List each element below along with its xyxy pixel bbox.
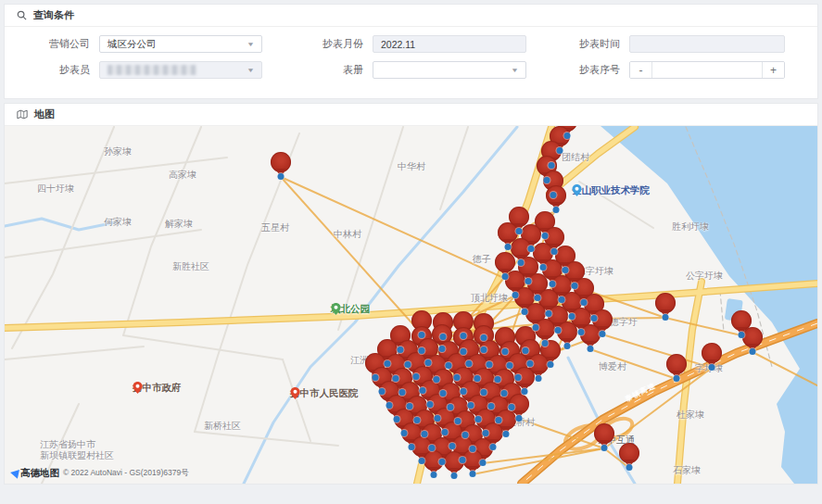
marker-anchor-dot bbox=[502, 348, 509, 355]
marker-anchor-dot bbox=[507, 362, 513, 369]
marker-anchor-dot bbox=[398, 346, 404, 353]
marker-anchor-dot bbox=[550, 192, 557, 198]
month-value: 2022.11 bbox=[381, 39, 415, 50]
company-label: 营销公司 bbox=[18, 37, 90, 51]
marker-anchor-dot bbox=[481, 334, 487, 341]
marker-anchor-dot bbox=[481, 389, 487, 396]
marker-anchor-dot bbox=[564, 132, 571, 139]
reader-label: 抄表员 bbox=[18, 63, 90, 77]
marker-anchor-dot bbox=[601, 445, 608, 451]
field-reader: 抄表员 ▼ bbox=[18, 61, 291, 79]
marker-anchor-dot bbox=[553, 207, 560, 213]
marker-anchor-dot bbox=[483, 430, 489, 436]
time-input[interactable] bbox=[629, 35, 785, 53]
marker-anchor-dot bbox=[546, 310, 552, 317]
marker-anchor-dot bbox=[569, 313, 575, 320]
map-panel-title: 地图 bbox=[34, 107, 55, 121]
route-line bbox=[665, 318, 741, 335]
marker-anchor-dot bbox=[709, 364, 715, 371]
marker-anchor-dot bbox=[559, 296, 565, 303]
marker-anchor-dot bbox=[474, 375, 481, 382]
marker-anchor-dot bbox=[425, 359, 432, 366]
map-panel: 地图 孙家埭高家埭四十圩埭何家埭解家埭五星村中华村中林村团结村胜利圩埭德字圩埭公… bbox=[4, 103, 818, 485]
marker-anchor-dot bbox=[454, 374, 461, 381]
marker-anchor-dot bbox=[502, 273, 509, 280]
seq-label: 抄表序号 bbox=[564, 63, 620, 77]
field-time: 抄表时间 bbox=[564, 35, 804, 53]
marker-anchor-dot bbox=[461, 348, 467, 355]
query-panel: 查询条件 营销公司 城区分公司 ▼ 抄表月份 2022.11 抄表时间 抄表员 bbox=[4, 4, 818, 99]
marker-anchor-dot bbox=[407, 403, 413, 410]
route-line bbox=[602, 334, 712, 368]
field-book: 表册 ▼ bbox=[291, 61, 564, 79]
marker-anchor-dot bbox=[470, 446, 476, 452]
marker-anchor-dot bbox=[442, 429, 449, 435]
marker-anchor-dot bbox=[512, 292, 519, 298]
marker-anchor-dot bbox=[578, 329, 585, 335]
marker-anchor-dot bbox=[455, 418, 462, 424]
marker-anchor-dot bbox=[414, 417, 421, 423]
marker-anchor-dot bbox=[505, 244, 512, 250]
marker-anchor-dot bbox=[563, 267, 569, 273]
marker-anchor-dot bbox=[572, 283, 578, 289]
reader-select[interactable]: ▼ bbox=[99, 61, 262, 79]
marker-anchor-dot bbox=[481, 346, 487, 353]
marker-anchor-dot bbox=[439, 346, 446, 352]
marker-anchor-dot bbox=[557, 147, 563, 154]
marker-anchor-dot bbox=[542, 233, 549, 239]
marker-anchor-dot bbox=[544, 177, 550, 183]
marker-anchor-dot bbox=[522, 309, 528, 315]
chevron-down-icon: ▼ bbox=[247, 41, 255, 47]
chevron-down-icon: ▼ bbox=[247, 67, 255, 73]
marker-anchor-dot bbox=[536, 375, 542, 382]
marker-balloon bbox=[495, 252, 515, 272]
seq-input[interactable] bbox=[652, 62, 762, 78]
book-select[interactable]: ▼ bbox=[373, 61, 526, 79]
marker-anchor-dot bbox=[600, 331, 606, 337]
marker-anchor-dot bbox=[528, 246, 535, 252]
marker-anchor-dot bbox=[429, 445, 436, 451]
month-input[interactable]: 2022.11 bbox=[373, 35, 526, 53]
company-select[interactable]: 城区分公司 ▼ bbox=[99, 35, 262, 53]
marker-anchor-dot bbox=[379, 388, 386, 395]
marker-anchor-dot bbox=[663, 314, 669, 321]
chevron-down-icon: ▼ bbox=[511, 67, 519, 73]
marker-anchor-dot bbox=[420, 387, 426, 394]
marker-anchor-dot bbox=[401, 430, 408, 436]
marker-anchor-dot bbox=[555, 327, 562, 334]
marker-anchor-dot bbox=[501, 390, 508, 397]
marker-anchor-dot bbox=[488, 403, 495, 410]
seq-stepper: - + bbox=[629, 61, 785, 79]
month-label: 抄表月份 bbox=[291, 37, 363, 51]
marker-anchor-dot bbox=[278, 173, 285, 180]
field-seq: 抄表序号 - + bbox=[564, 61, 804, 79]
marker-anchor-dot bbox=[750, 348, 756, 355]
marker-anchor-dot bbox=[413, 373, 420, 380]
marker-anchor-dot bbox=[496, 417, 502, 423]
marker-anchor-dot bbox=[591, 315, 598, 321]
map-canvas[interactable]: 孙家埭高家埭四十圩埭何家埭解家埭五星村中华村中林村团结村胜利圩埭德字圩埭公字圩埭… bbox=[5, 126, 817, 484]
marker-anchor-dot bbox=[422, 431, 428, 437]
marker-anchor-dot bbox=[440, 390, 447, 397]
marker-anchor-dot bbox=[466, 360, 473, 367]
search-icon bbox=[17, 10, 27, 20]
marker-anchor-dot bbox=[525, 278, 532, 284]
company-value: 城区分公司 bbox=[107, 38, 157, 51]
marker-anchor-dot bbox=[394, 416, 400, 422]
marker-anchor-dot bbox=[535, 295, 541, 301]
marker-anchor-dot bbox=[533, 324, 539, 331]
marker-anchor-dot bbox=[480, 460, 487, 466]
book-label: 表册 bbox=[291, 63, 363, 77]
marker-anchor-dot bbox=[522, 388, 528, 395]
seq-decrease-button[interactable]: - bbox=[630, 62, 652, 78]
marker-anchor-dot bbox=[516, 415, 523, 422]
marker-anchor-dot bbox=[739, 332, 745, 338]
marker-anchor-dot bbox=[386, 402, 393, 409]
marker-anchor-dot bbox=[405, 361, 411, 368]
seq-increase-button[interactable]: + bbox=[762, 62, 784, 78]
marker-anchor-dot bbox=[449, 443, 456, 449]
marker-anchor-dot bbox=[439, 459, 446, 465]
marker-anchor-dot bbox=[462, 432, 469, 438]
marker-balloon bbox=[655, 293, 676, 313]
marker-anchor-dot bbox=[509, 404, 515, 410]
